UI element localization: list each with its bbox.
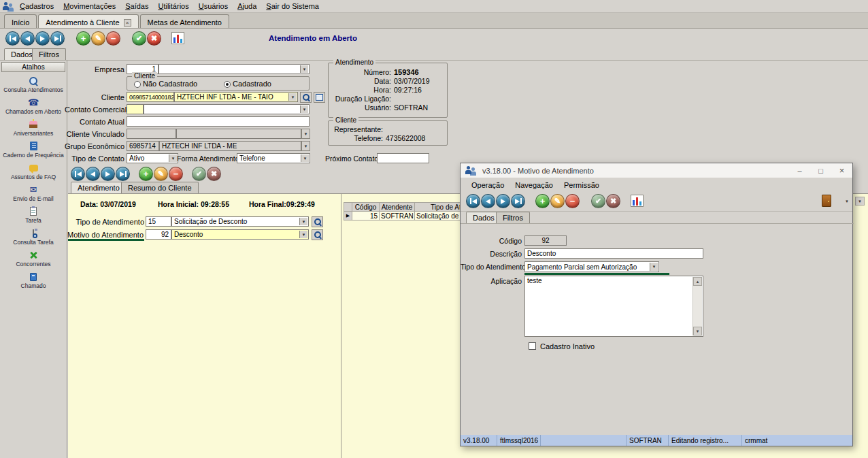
tab-metas-atendimento[interactable]: Metas de Atendimento [140, 14, 229, 28]
maximize-icon[interactable]: □ [810, 163, 831, 178]
menu-usuarios[interactable]: Usuários [194, 1, 233, 12]
sidebar-item-caderno-frequencia[interactable]: Caderno de Frequência [0, 139, 67, 161]
codigo-input[interactable]: 92 [524, 235, 567, 246]
menu-saidas[interactable]: Saídas [120, 1, 153, 12]
chart-icon[interactable] [631, 195, 644, 207]
first-record-button[interactable] [5, 31, 20, 46]
search-tipo-atendimento-button[interactable] [312, 216, 323, 227]
search-cliente-button[interactable] [300, 92, 312, 103]
exit-icon[interactable] [822, 195, 831, 207]
menu-movimentacoes[interactable]: Movimentações [59, 1, 120, 12]
delete-button[interactable]: − [106, 31, 120, 46]
cliente-code-input[interactable]: 06985714000182 [127, 92, 174, 102]
grupo-economico-name-input[interactable]: HZTECH INF LTDA - ME [159, 141, 301, 151]
sidebar-item-consulta-atendimentos[interactable]: Consulta Atendimentos [0, 73, 67, 95]
search-motivo-atendimento-button[interactable] [312, 229, 323, 240]
grid-column-codigo[interactable]: Código [352, 202, 380, 212]
detail-cancel-button[interactable]: ✖ [207, 167, 221, 181]
chevron-down-icon[interactable]: ▼ [300, 65, 308, 73]
cancel-button[interactable]: ✖ [147, 31, 161, 46]
detail-previous-record-button[interactable] [86, 167, 100, 181]
dialog-titlebar[interactable]: v3.18.00 - Motivo de Atendimento – □ × [461, 163, 852, 178]
dialog-tab-filtros[interactable]: Filtros [496, 212, 530, 223]
chevron-down-icon[interactable]: ▼ [288, 93, 297, 101]
motivo-atendimento-combo[interactable]: Desconto▼ [171, 229, 309, 240]
scroll-up-icon[interactable]: ▲ [693, 277, 702, 286]
chevron-down-icon[interactable]: ▼ [299, 218, 307, 225]
dialog-first-record-button[interactable] [466, 194, 480, 208]
previous-record-button[interactable] [20, 31, 35, 46]
menu-navegacao[interactable]: Navegação [510, 180, 558, 191]
chevron-down-icon[interactable]: ▼ [301, 141, 310, 151]
tab-atendimento-cliente[interactable]: Atendimento à Cliente × [38, 14, 138, 28]
tipo-do-atendimento-combo[interactable]: Pagamento Parcial sem Autorização▼ [524, 261, 659, 272]
contato-atual-input[interactable] [127, 116, 310, 127]
aplicacao-textarea[interactable]: teste ▲ ▼ [524, 276, 703, 337]
chevron-down-icon[interactable]: ▼ [301, 129, 310, 139]
detail-last-record-button[interactable] [116, 167, 130, 181]
detail-delete-button[interactable]: − [169, 167, 183, 181]
tab-resumo-cliente[interactable]: Resumo do Cliente [121, 182, 199, 193]
tab-filtros[interactable]: Filtros [32, 48, 66, 60]
detail-add-button[interactable]: + [139, 167, 153, 181]
minimize-icon[interactable]: – [789, 163, 810, 178]
cliente-list-button[interactable] [314, 92, 325, 103]
detail-next-record-button[interactable] [101, 167, 115, 181]
close-tab-icon[interactable]: × [124, 19, 131, 27]
chevron-down-icon[interactable]: ▼ [299, 231, 307, 238]
menu-sair[interactable]: Sair do Sistema [261, 1, 324, 12]
chevron-down-icon[interactable]: ▼ [169, 154, 177, 162]
dialog-next-record-button[interactable] [496, 194, 510, 208]
dialog-last-record-button[interactable] [511, 194, 525, 208]
close-icon[interactable]: × [831, 163, 852, 178]
empresa-combo[interactable]: ▼ [158, 64, 310, 74]
scrollbar[interactable]: ▲ ▼ [692, 277, 702, 336]
sidebar-item-chamados-em-aberto[interactable]: ☎ Chamados em Aberto [0, 95, 67, 117]
cliente-vinculado-name-input[interactable] [176, 129, 301, 139]
menu-ajuda[interactable]: Ajuda [233, 1, 261, 12]
cadastro-inativo-checkbox[interactable] [529, 342, 536, 350]
menu-permissao[interactable]: Permissão [558, 180, 605, 191]
dialog-add-button[interactable]: + [535, 194, 550, 208]
sidebar-item-envio-email[interactable]: ✉ Envio de E-mail [0, 182, 67, 204]
chart-icon[interactable] [171, 32, 184, 44]
tab-atendimento[interactable]: Atendimento [71, 182, 127, 193]
radio-nao-cadastrado[interactable]: Não Cadastrado [134, 80, 197, 88]
next-record-button[interactable] [35, 31, 50, 46]
tipo-atendimento-code-input[interactable]: 15 [146, 216, 171, 227]
descricao-input[interactable]: Desconto [524, 248, 703, 259]
sidebar-item-assuntos-faq[interactable]: Assuntos de FAQ [0, 161, 67, 182]
sidebar-item-aniversariantes[interactable]: Aniversariantes [0, 117, 67, 139]
grupo-economico-code-input[interactable]: 6985714 [127, 141, 159, 151]
detail-edit-button[interactable]: ✎ [154, 167, 168, 181]
toolbar-overflow-icon[interactable]: ▼ [843, 196, 851, 207]
radio-cadastrado[interactable]: Cadastrado [224, 80, 271, 88]
detail-first-record-button[interactable] [71, 167, 85, 181]
grid-column-atendente[interactable]: Atendente [379, 202, 415, 212]
sidebar-item-tarefa[interactable]: Tarefa [0, 204, 67, 226]
cliente-vinculado-code-input[interactable] [127, 129, 176, 139]
forma-atendimento-combo[interactable]: Telefone▼ [237, 153, 310, 163]
chevron-down-icon[interactable]: ▼ [300, 105, 308, 113]
tab-inicio[interactable]: Início [4, 14, 37, 28]
motivo-atendimento-code-input[interactable]: 92 [146, 229, 171, 240]
confirm-button[interactable]: ✔ [132, 31, 146, 46]
menu-utilitarios[interactable]: Utilitários [153, 1, 193, 12]
detail-confirm-button[interactable]: ✔ [192, 167, 206, 181]
sidebar-item-chamado[interactable]: Chamado [0, 269, 67, 291]
cliente-name-combo[interactable]: HZTECH INF LTDA - ME - TAIO▼ [174, 92, 298, 102]
edit-button[interactable]: ✎ [91, 31, 105, 46]
dialog-previous-record-button[interactable] [481, 194, 495, 208]
tipo-atendimento-combo[interactable]: Solicitação de Desconto▼ [171, 216, 309, 227]
chevron-down-icon[interactable]: ▼ [650, 263, 658, 271]
tipo-contato-combo[interactable]: Ativo▼ [127, 153, 178, 163]
dialog-delete-button[interactable]: − [565, 194, 580, 208]
dialog-confirm-button[interactable]: ✔ [591, 194, 605, 208]
sidebar-item-consulta-tarefa[interactable]: Consulta Tarefa [0, 226, 67, 248]
toolbar-overflow-icon[interactable]: ▼ [855, 197, 865, 206]
proximo-contato-input[interactable] [377, 153, 429, 163]
last-record-button[interactable] [50, 31, 65, 46]
dialog-cancel-button[interactable]: ✖ [606, 194, 620, 208]
dialog-edit-button[interactable]: ✎ [550, 194, 565, 208]
scroll-down-icon[interactable]: ▼ [693, 327, 702, 336]
